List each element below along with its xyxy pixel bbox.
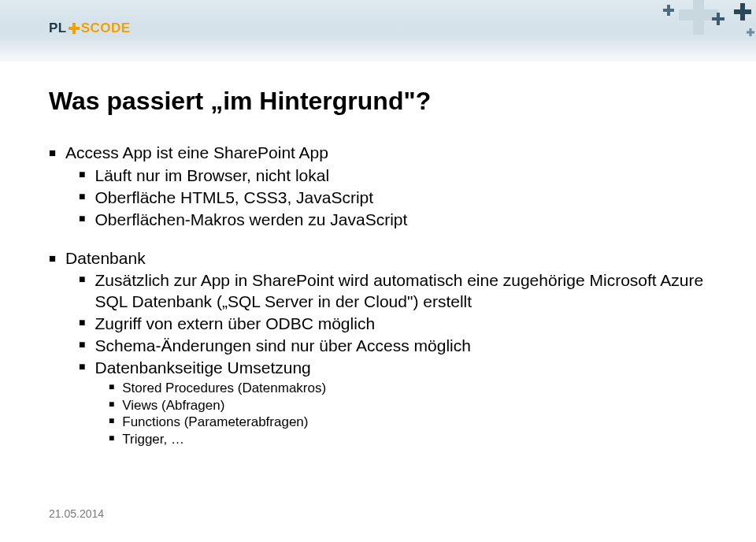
bullet-icon: ■ <box>79 210 85 231</box>
decorative-crosses <box>575 0 756 71</box>
list-item: ■ Oberfläche HTML5, CSS3, JavaScript <box>79 187 707 209</box>
logo-text-right: SCODE <box>81 20 131 36</box>
bullet-icon: ■ <box>109 414 114 431</box>
bullet-icon: ■ <box>79 314 85 335</box>
page-title: Was passiert „im Hintergrund"? <box>49 87 707 116</box>
bullet-icon: ■ <box>49 143 56 164</box>
list-item-text: Datenbankseitige Umsetzung <box>94 358 310 379</box>
list-item-text: Views (Abfragen) <box>122 397 224 414</box>
list-item: ■ Zugriff von extern über ODBC möglich <box>79 314 707 335</box>
list-item: ■ Oberflächen-Makros werden zu JavaScrip… <box>79 210 707 231</box>
bullet-icon: ■ <box>79 165 85 187</box>
list-item: ■ Läuft nur im Browser, nicht lokal <box>79 165 707 187</box>
svg-rect-5 <box>712 17 724 20</box>
list-item: ■ Access App ist eine SharePoint App ■ L… <box>49 143 707 231</box>
list-item: ■ Trigger, … <box>109 431 707 448</box>
list-item-text: Läuft nur im Browser, nicht lokal <box>94 165 329 187</box>
plus-icon <box>663 5 674 16</box>
list-item: ■ Schema-Änderungen sind nur über Access… <box>79 336 707 357</box>
logo: PL SCODE <box>49 20 131 36</box>
list-item-text: Trigger, … <box>122 431 184 448</box>
list-item-text: Datenbank <box>65 248 146 269</box>
list-item: ■ Stored Procedures (Datenmakros) <box>109 380 707 397</box>
list-item-text: Zugriff von extern über ODBC möglich <box>94 314 375 335</box>
svg-rect-7 <box>734 9 751 14</box>
bullet-icon: ■ <box>79 358 85 379</box>
bullet-icon: ■ <box>79 270 85 313</box>
list-item-text: Oberflächen-Makros werden zu JavaScript <box>94 210 407 231</box>
list-item: ■ Zusätzlich zur App in SharePoint wird … <box>79 270 707 313</box>
svg-rect-9 <box>747 32 754 34</box>
plus-icon <box>734 3 751 20</box>
list-item: ■ Functions (Parameterabfragen) <box>109 414 707 431</box>
list-item: ■ Datenbank ■ Zusätzlich zur App in Shar… <box>49 248 707 448</box>
bullet-icon: ■ <box>109 397 114 414</box>
logo-text-left: PL <box>49 20 67 36</box>
bullet-icon: ■ <box>79 336 85 357</box>
list-item-text: Schema-Änderungen sind nur über Access m… <box>94 336 470 357</box>
list-item: ■ Views (Abfragen) <box>109 397 707 414</box>
bullet-icon: ■ <box>109 380 114 397</box>
bullet-list: ■ Access App ist eine SharePoint App ■ L… <box>49 143 707 448</box>
plus-icon <box>69 23 80 34</box>
list-item-text: Access App ist eine SharePoint App <box>65 143 328 164</box>
slide-content: Was passiert „im Hintergrund"? ■ Access … <box>49 87 707 466</box>
list-item-text: Oberfläche HTML5, CSS3, JavaScript <box>94 187 373 209</box>
plus-icon <box>712 13 724 25</box>
list-item-text: Functions (Parameterabfragen) <box>122 414 308 431</box>
bullet-icon: ■ <box>109 431 114 448</box>
bullet-icon: ■ <box>79 187 85 209</box>
svg-rect-1 <box>663 9 674 12</box>
list-item: ■ Datenbankseitige Umsetzung <box>79 358 707 379</box>
list-item-text: Stored Procedures (Datenmakros) <box>122 380 326 397</box>
plus-icon <box>747 28 754 36</box>
list-item-text: Zusätzlich zur App in SharePoint wird au… <box>94 270 707 313</box>
footer-date: 21.05.2014 <box>49 507 104 520</box>
bullet-icon: ■ <box>49 248 56 269</box>
